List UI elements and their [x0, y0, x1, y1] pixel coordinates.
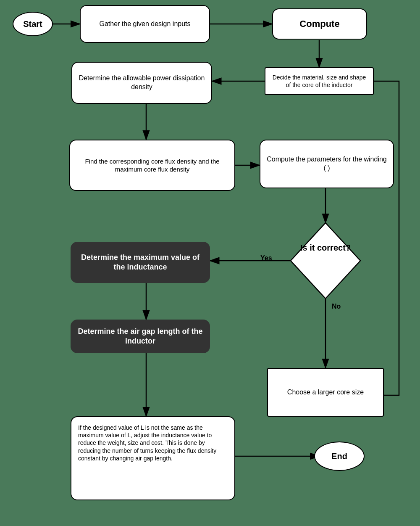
no-label: No — [332, 303, 341, 310]
gather-node: Gather the given design inputs — [80, 5, 210, 43]
start-node: Start — [13, 12, 53, 36]
yes-label: Yes — [260, 254, 272, 262]
decide-node: Decide the material, size and shape of t… — [265, 67, 374, 95]
compute-winding-node: Compute the parameters for the winding (… — [260, 140, 394, 188]
is-correct-diamond: Is it correct? — [290, 222, 361, 299]
choose-larger-core-node: Choose a larger core size — [267, 368, 384, 417]
find-flux-node: Find the corresponding core flux density… — [69, 140, 235, 191]
svg-marker-13 — [291, 223, 360, 299]
determine-air-gap-node: Determine the air gap length of the indu… — [71, 320, 210, 353]
final-text-node: If the designed value of L is not the sa… — [71, 416, 235, 500]
compute-node: Compute — [272, 8, 367, 40]
determine-power-node: Determine the allowable power dissipatio… — [71, 62, 212, 104]
end-node: End — [314, 441, 365, 471]
determine-max-inductance-node: Determine the maximum value of the induc… — [71, 242, 210, 283]
